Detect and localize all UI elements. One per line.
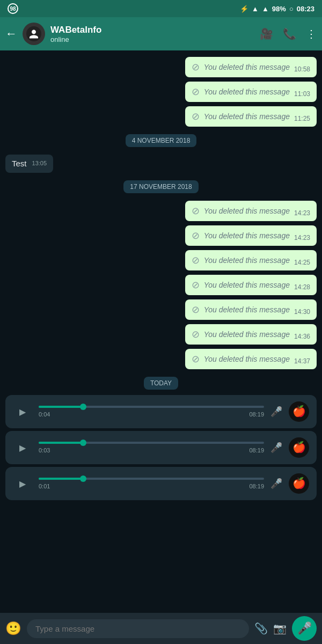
play-button[interactable]: ▶ [13,474,32,493]
audio-message: ▶ 0:04 08:19 🎤 🍎 [5,395,317,428]
message-time: 14:23 [294,234,310,241]
audio-bar-fill [39,406,84,408]
message-time: 14:30 [294,308,310,316]
header-actions: 🎥 📞 ⋮ [260,27,317,40]
deleted-message: ⊘ You deleted this message 14:28 [185,275,317,295]
svg-text:🍎: 🍎 [292,441,306,453]
svg-text:🍎: 🍎 [292,405,306,418]
deleted-text: You deleted this message [204,112,290,121]
deleted-icon: ⊘ [192,86,200,98]
svg-text:🍎: 🍎 [292,477,306,489]
play-button[interactable]: ▶ [13,402,32,421]
attach-button[interactable]: 📎 [254,622,268,635]
back-button[interactable]: ← [5,27,17,41]
audio-duration: 0:03 [39,447,50,453]
deleted-text: You deleted this message [204,355,290,363]
message-time: 10:58 [294,65,310,73]
audio-duration: 0:04 [39,411,50,418]
date-separator: 4 NOVEMBER 2018 [5,134,317,147]
audio-message: ▶ 0:01 08:19 🎤 🍎 [5,467,317,500]
play-button[interactable]: ▶ [13,438,32,457]
audio-times: 0:04 08:19 [39,411,264,418]
status-bar: 98 ⚡ ▲ ▲ 98% ○ 08:23 [0,0,322,17]
wifi-icon: ▲ [252,5,259,13]
contact-info: WABetaInfo online [50,25,254,43]
audio-progress: 0:04 08:19 [39,406,264,418]
deleted-icon: ⊘ [192,353,200,365]
deleted-message: ⊘ You deleted this message 14:30 [185,299,317,320]
deleted-text: You deleted this message [204,87,290,96]
audio-message: ▶ 0:03 08:19 🎤 🍎 [5,431,317,464]
audio-timestamp: 08:19 [249,411,264,418]
message-time: 14:28 [294,283,310,291]
audio-bar[interactable] [39,478,264,480]
message-time: 11:03 [294,90,310,98]
audio-mic-icon: 🎤 [270,406,282,418]
deleted-icon: ⊘ [192,61,200,73]
audio-duration: 0:01 [39,483,50,489]
deleted-text: You deleted this message [204,330,290,339]
message-time: 14:25 [294,259,310,266]
deleted-message: ⊘ You deleted this message 14:25 [185,250,317,270]
received-message: Test 13:05 [5,155,53,173]
chat-area: ⊘ You deleted this message 10:58 ⊘ You d… [0,50,322,613]
send-voice-button[interactable]: 🎤 [292,616,317,641]
battery-text: 98% [272,5,286,13]
deleted-text: You deleted this message [204,231,290,240]
deleted-icon: ⊘ [192,304,200,316]
deleted-icon: ⊘ [192,111,200,122]
deleted-icon: ⊘ [192,254,200,266]
signal-icon: ▲ [262,5,269,13]
contact-status: online [50,35,254,43]
contact-avatar[interactable] [23,23,45,45]
message-time: 11:25 [294,115,310,122]
deleted-icon: ⊘ [192,279,200,291]
voice-call-icon[interactable]: 📞 [283,27,296,40]
audio-mic-icon: 🎤 [270,478,282,489]
audio-progress: 0:01 08:19 [39,478,264,489]
audio-times: 0:01 08:19 [39,483,264,489]
audio-sender-avatar: 🍎 [289,473,309,494]
deleted-icon: ⊘ [192,205,200,217]
video-call-icon[interactable]: 🎥 [260,27,273,40]
audio-bar-fill [39,442,84,444]
audio-timestamp: 08:19 [249,483,264,489]
date-separator: TODAY [5,377,317,390]
status-right: ⚡ ▲ ▲ 98% ○ 08:23 [240,5,314,13]
audio-progress: 0:03 08:19 [39,442,264,453]
contact-name: WABetaInfo [50,25,254,35]
deleted-message: ⊘ You deleted this message 11:25 [185,106,317,127]
message-input[interactable] [27,619,249,638]
message-time: 13:05 [32,160,47,166]
audio-mic-icon: 🎤 [270,442,282,453]
audio-sender-avatar: 🍎 [289,437,309,458]
message-time: 14:23 [294,209,310,217]
audio-sender-avatar: 🍎 [289,401,309,422]
deleted-text: You deleted this message [204,207,290,215]
deleted-text: You deleted this message [204,63,290,71]
more-options-icon[interactable]: ⋮ [306,27,317,40]
input-bar: 🙂 📎 📷 🎤 [0,613,322,644]
message-time: 14:37 [294,357,310,365]
deleted-message: ⊘ You deleted this message 14:23 [185,225,317,246]
audio-bar[interactable] [39,406,264,408]
audio-timestamp: 08:19 [249,447,264,453]
date-separator: 17 NOVEMBER 2018 [5,180,317,193]
chat-header: ← WABetaInfo online 🎥 📞 ⋮ [0,17,322,50]
message-time: 14:36 [294,333,310,340]
deleted-message: ⊘ You deleted this message 14:36 [185,324,317,345]
deleted-text: You deleted this message [204,256,290,265]
emoji-button[interactable]: 🙂 [5,621,21,636]
status-left: 98 [8,3,18,14]
notification-badge: 98 [8,3,18,14]
deleted-message: ⊘ You deleted this message 14:37 [185,349,317,369]
audio-bar[interactable] [39,442,264,444]
camera-button[interactable]: 📷 [273,622,287,635]
clock: 08:23 [297,5,314,13]
bluetooth-icon: ⚡ [240,5,248,13]
deleted-message: ⊘ You deleted this message 11:03 [185,82,317,102]
message-text: Test [12,159,27,168]
deleted-message: ⊘ You deleted this message 10:58 [185,57,317,77]
audio-bar-fill [39,478,84,480]
deleted-text: You deleted this message [204,305,290,314]
